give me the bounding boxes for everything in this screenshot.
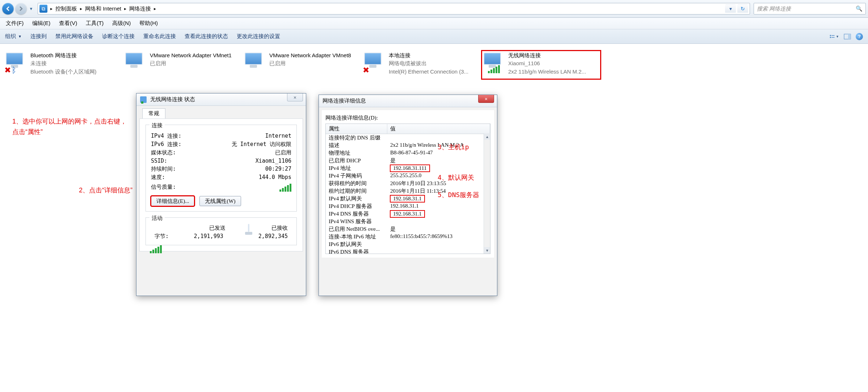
organize-button[interactable]: 组织 ▼ — [5, 33, 22, 40]
cmd-connect-to[interactable]: 连接到 — [30, 33, 47, 40]
wireless-properties-button[interactable]: 无线属性(W) — [199, 196, 241, 206]
menu-advanced[interactable]: 高级(N) — [112, 20, 131, 27]
property-name: IPv4 默认网关 — [326, 195, 387, 203]
property-name: IPv4 WINS 服务器 — [326, 218, 387, 225]
property-row[interactable]: IPv4 DHCP 服务器192.168.31.1 — [326, 203, 490, 210]
connection-item[interactable]: VMware Network Adapter VMnet8已启用 — [243, 50, 362, 79]
close-button[interactable]: ✕ — [478, 95, 494, 103]
network-icon: ⧉ — [39, 5, 47, 13]
connection-name: 无线网络连接 — [508, 52, 586, 59]
property-name: IPv4 DHCP 服务器 — [326, 203, 387, 210]
menu-help[interactable]: 帮助(H) — [139, 20, 158, 27]
cmd-rename[interactable]: 重命名此连接 — [143, 33, 176, 40]
search-placeholder: 搜索 网络连接 — [757, 5, 791, 12]
connection-name: VMware Network Adapter VMnet1 — [150, 52, 232, 59]
menu-view[interactable]: 查看(V) — [59, 20, 77, 27]
address-dropdown[interactable]: ▾ — [725, 4, 736, 13]
chevron-right-icon: ▸ — [154, 6, 156, 11]
scrollbar[interactable]: ▲ ▼ — [484, 133, 490, 254]
property-value: 是 — [387, 157, 490, 164]
tab-general[interactable]: 常规 — [142, 108, 165, 119]
back-button[interactable] — [2, 3, 14, 14]
connection-icon: ✖ᛒ — [6, 53, 26, 73]
property-name: 已启用 NetBIOS ove... — [326, 225, 387, 233]
property-row[interactable]: IPv4 DNS 服务器192.168.31.1 — [326, 210, 490, 218]
status-key: IPv4 连接: — [151, 133, 181, 139]
col-property[interactable]: 属性 — [326, 124, 387, 134]
sent-label: 已发送 — [209, 225, 226, 232]
menu-edit[interactable]: 编辑(E) — [32, 20, 50, 27]
group-activity: 活动 — [149, 215, 165, 222]
property-name: 获得租约的时间 — [326, 180, 387, 187]
property-row[interactable]: IPv6 默认网关 — [326, 241, 490, 248]
dialog-title: 无线网络连接 状态 — [150, 96, 195, 103]
connection-name: 本地连接 — [389, 52, 468, 59]
cmd-status[interactable]: 查看此连接的状态 — [185, 33, 228, 40]
property-name: IPv6 默认网关 — [326, 241, 387, 248]
connection-item[interactable]: ✖ᛒBluetooth 网络连接未连接Bluetooth 设备(个人区域网) — [4, 50, 123, 79]
property-value: 是 — [387, 225, 490, 233]
status-key: 持续时间: — [151, 166, 176, 172]
chevron-down-icon: ▼ — [18, 34, 22, 38]
close-button[interactable]: ✕ — [287, 93, 303, 101]
connection-item[interactable]: ✖本地连接网络电缆被拔出Intel(R) Ethernet Connection… — [362, 50, 481, 79]
connection-name: VMware Network Adapter VMnet8 — [269, 52, 351, 59]
search-icon[interactable]: 🔍 — [856, 5, 863, 12]
svg-rect-5 — [848, 34, 851, 39]
chevron-right-icon: ▸ — [50, 6, 52, 11]
property-name: IPv6 DNS 服务器 — [326, 248, 387, 254]
breadcrumb[interactable]: 控制面板 — [55, 5, 77, 12]
command-bar: 组织 ▼ 连接到 禁用此网络设备 诊断这个连接 重命名此连接 查看此连接的状态 … — [0, 29, 868, 44]
cmd-disable[interactable]: 禁用此网络设备 — [55, 33, 93, 40]
property-row[interactable]: 连接特定的 DNS 后缀 — [326, 134, 490, 142]
signal-label: 信号质量: — [151, 184, 176, 192]
status-dialog: 无线网络连接 状态 ✕ 常规 连接 IPv4 连接:InternetIPv6 连… — [136, 93, 306, 296]
forward-button[interactable] — [15, 3, 27, 14]
col-value[interactable]: 值 — [387, 124, 490, 134]
dialog-title-bar[interactable]: 网络连接详细信息 — [319, 95, 497, 107]
property-row[interactable]: IPv6 DNS 服务器 — [326, 248, 490, 254]
address-bar[interactable]: ⧉ ▸ 控制面板 ▸ 网络和 Internet ▸ 网络连接 ▸ ▾ ↻ — [38, 3, 750, 14]
property-row[interactable]: 连接-本地 IPv6 地址fe80::1155:b455:7:8659%13 — [326, 233, 490, 241]
menu-file[interactable]: 文件(F) — [6, 20, 24, 27]
connection-status: 网络电缆被拔出 — [389, 60, 468, 67]
connection-status: Xiaomi_1106 — [508, 60, 586, 67]
property-row[interactable]: 已启用 NetBIOS ove...是 — [326, 225, 490, 233]
bytes-recv: 2,892,345 — [258, 233, 288, 240]
connection-device: Bluetooth 设备(个人区域网) — [30, 68, 97, 75]
scroll-down-icon[interactable]: ▼ — [484, 247, 490, 254]
connection-icon — [125, 53, 146, 73]
property-row[interactable]: IPv4 地址192.168.31.111 — [326, 164, 490, 172]
connection-icon: ✖ — [364, 53, 384, 73]
menu-tools[interactable]: 工具(T) — [86, 20, 104, 27]
bytes-sent: 2,191,993 — [194, 233, 223, 240]
navigation-bar: ▼ ⧉ ▸ 控制面板 ▸ 网络和 Internet ▸ 网络连接 ▸ ▾ ↻ 搜… — [0, 0, 868, 18]
preview-pane-button[interactable] — [843, 32, 852, 41]
connection-icon — [245, 53, 265, 73]
details-button[interactable]: 详细信息(E)... — [151, 196, 194, 206]
cmd-settings[interactable]: 更改此连接的设置 — [237, 33, 280, 40]
search-box[interactable]: 搜索 网络连接 🔍 — [754, 3, 866, 14]
breadcrumb[interactable]: 网络和 Internet — [85, 5, 121, 12]
group-connection: 连接 — [149, 122, 165, 129]
dialog-title-bar[interactable]: 无线网络连接 状态 — [136, 93, 306, 106]
view-mode-button[interactable]: ▼ — [830, 32, 839, 41]
history-dropdown[interactable]: ▼ — [28, 5, 34, 12]
status-key: 速度: — [151, 174, 165, 181]
breadcrumb[interactable]: 网络连接 — [129, 5, 151, 12]
status-key: IPv6 连接: — [151, 141, 181, 148]
connection-item[interactable]: VMware Network Adapter VMnet1已启用 — [123, 50, 243, 79]
svg-rect-2 — [830, 37, 831, 38]
help-button[interactable]: ? — [856, 33, 863, 40]
refresh-button[interactable]: ↻ — [737, 4, 748, 13]
list-icon — [830, 34, 835, 39]
property-value: 192.168.31.111 — [387, 164, 490, 172]
cmd-diagnose[interactable]: 诊断这个连接 — [102, 33, 135, 40]
connection-item[interactable]: 无线网络连接Xiaomi_11062x2 11b/g/n Wireless LA… — [481, 50, 601, 79]
property-row[interactable]: IPv4 WINS 服务器 — [326, 218, 490, 225]
property-value: 192.168.31.1 — [387, 210, 490, 218]
pane-icon — [844, 34, 851, 39]
scroll-up-icon[interactable]: ▲ — [484, 133, 490, 140]
property-row[interactable]: 已启用 DHCP是 — [326, 157, 490, 164]
property-value — [387, 248, 490, 254]
